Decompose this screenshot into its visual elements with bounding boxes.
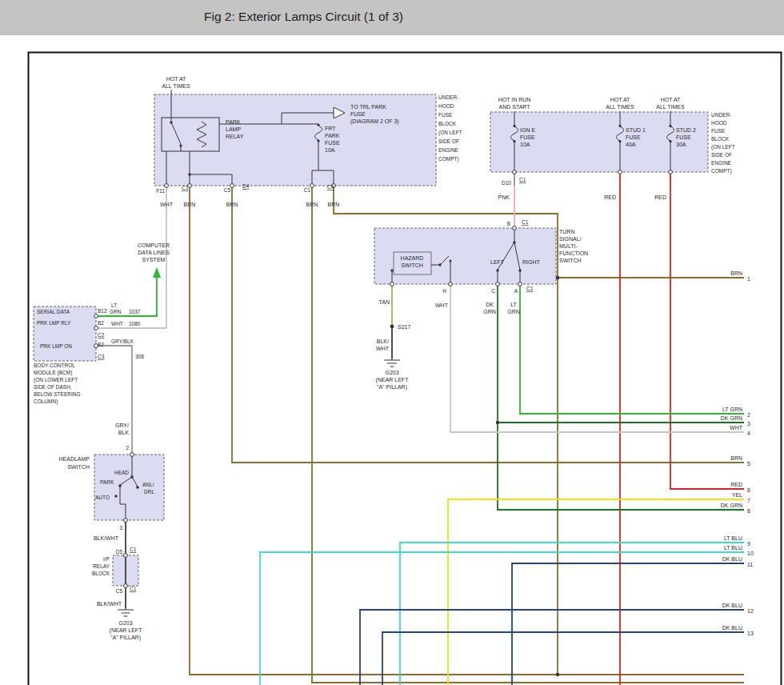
connector-bump	[669, 170, 673, 174]
wire-color-label: RED	[604, 194, 616, 200]
wire-color-label: YEL	[732, 492, 742, 498]
circuit-number: 1080	[129, 321, 141, 326]
pin-label: B12	[98, 308, 107, 314]
splice-label: S217	[398, 324, 410, 330]
fuse-label: FUSE	[626, 134, 641, 140]
fuse-terminal-dot	[513, 125, 515, 127]
wire-color-label: DK	[486, 302, 494, 307]
pin-label: A	[514, 288, 518, 294]
circuit-number: 1037	[129, 309, 141, 314]
block-caption: UNDER-	[438, 94, 458, 100]
connector-bump	[618, 170, 622, 174]
wire-color-label: DK GRN	[721, 503, 742, 508]
wire-color-label: WHT	[435, 302, 449, 308]
fuse-label: STUD 2	[676, 127, 696, 133]
relay-label: LAMP	[226, 126, 241, 132]
datalines-caption: COMPUTER	[138, 242, 170, 248]
wire-color-label: GRN	[507, 309, 520, 314]
component-caption: BODY CONTROL	[34, 363, 75, 368]
wire-color-label: RED	[654, 194, 666, 200]
fuse-label: 30A	[676, 142, 686, 147]
wire-color-label: GRY/	[115, 423, 129, 428]
wire-color-label: PNK	[498, 194, 510, 200]
wire-color-label: GRN	[110, 309, 122, 314]
connector-bump	[518, 282, 522, 286]
pin-label: B2	[98, 320, 104, 326]
bcm-panel	[34, 306, 96, 361]
wire-color-label: LT	[510, 302, 517, 307]
connector-label: C4	[327, 184, 334, 190]
ground-icon	[384, 359, 400, 367]
component-caption: I/P	[103, 556, 110, 562]
datalines-caption: DATA LINES	[138, 250, 170, 255]
connector-bump	[94, 314, 98, 318]
exit-number: 10	[747, 551, 754, 556]
connector-label: C1	[130, 586, 137, 591]
component-caption: BELOW STEERING	[34, 391, 81, 397]
contact-dot	[179, 144, 182, 146]
hazard-switch-label: HAZARD	[401, 255, 424, 261]
hazard-switch-label: SWITCH	[401, 262, 423, 268]
ground-label: (NEAR LEFT	[376, 377, 410, 383]
hot-label: HOT AT	[610, 97, 630, 102]
exit-number: 6	[747, 487, 750, 493]
wire-ltgrn-exit2	[520, 284, 744, 414]
contact-dot	[496, 269, 498, 271]
underhood-fuse-block-left-panel	[154, 94, 436, 186]
fuse-terminal-dot	[618, 125, 621, 127]
component-caption: SIDE OF DASH,	[34, 384, 72, 390]
wire-dkblu-exit13	[382, 632, 744, 685]
pin-label: B2	[98, 342, 104, 347]
ground-label: G203	[118, 620, 132, 626]
wire-color-label: BLK	[118, 430, 130, 435]
fuse-label: 10A	[520, 142, 530, 147]
connector-bump	[230, 184, 234, 188]
wire-color-label: LT BLU	[724, 535, 742, 541]
ground-label: "A" PILLAR)	[377, 384, 407, 391]
exit-number: 2	[747, 412, 750, 418]
ground-label: (NEAR LEFT	[110, 627, 143, 634]
block-caption: FUSE	[711, 128, 726, 134]
wire-brn-exit5	[232, 186, 744, 463]
contact-dot	[450, 260, 452, 262]
component-caption: RELAY	[93, 563, 110, 569]
circuit-number: 308	[135, 354, 144, 359]
ground-label: "A" PILLAR)	[110, 635, 141, 641]
bcm-row-label: SERIAL DATA	[37, 309, 70, 314]
wire-color-label: BRN	[730, 455, 742, 461]
offpage-label: (DIAGRAM 2 OF 3)	[350, 118, 399, 125]
pin-label: 3	[119, 525, 122, 531]
wire-color-label: RED	[730, 482, 742, 487]
hot-label: HOT AT	[661, 97, 681, 102]
fuse-label: FUSE	[676, 134, 691, 140]
switch-position-label: PARK	[100, 479, 114, 485]
wire-dkblu-exit11	[512, 563, 744, 685]
pin-label: D10	[502, 180, 511, 186]
contact-dot	[513, 241, 516, 244]
relay-label: PARK	[226, 119, 241, 125]
exit-number: 12	[747, 608, 754, 614]
connector-label: C1	[519, 177, 526, 182]
pin-label: D5	[116, 549, 123, 555]
component-caption: FUNCTION	[559, 250, 588, 256]
block-caption: SIDE OF	[438, 138, 459, 144]
wire-gryblk-308	[96, 346, 132, 455]
hot-label: HOT IN RUN	[498, 97, 531, 102]
connector-label: C2	[98, 332, 105, 338]
right-turn-label: RIGHT	[522, 259, 541, 265]
wire-color-label: DK BLU	[722, 556, 742, 562]
contact-dot	[136, 486, 139, 489]
splice-dot	[556, 276, 559, 279]
hot-label: ALL TIMES	[606, 104, 634, 110]
wire-color-label: DK BLU	[722, 625, 742, 631]
wire-color-label: WHT	[111, 321, 123, 326]
wire-color-label: BRN	[306, 202, 318, 207]
switch-position-label: AUTO	[95, 495, 110, 500]
block-caption: BLOCK	[711, 136, 730, 142]
wire-color-label: BLK/	[377, 338, 389, 344]
left-turn-label: LEFT	[490, 259, 505, 265]
exit-number: 3	[747, 421, 750, 427]
splice-dot	[556, 673, 559, 676]
component-caption: (ON LOWER LEFT	[34, 377, 78, 383]
component-caption: TURN	[559, 229, 574, 234]
